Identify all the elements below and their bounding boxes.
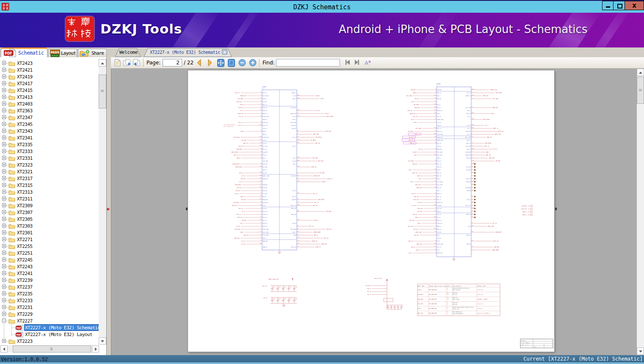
tree-item-XT2241[interactable]: +XT2241 <box>0 270 98 277</box>
splitter-collapse-icon[interactable]: ▶ <box>107 207 110 211</box>
tree-item-XT2235[interactable]: +XT2235 <box>0 290 98 297</box>
svg-text:17: 17 <box>435 207 437 208</box>
svg-text:OS6: OS6 <box>434 219 436 220</box>
tree-item-XT2347[interactable]: +XT2347 <box>0 114 98 121</box>
tree-scroll-down-button[interactable] <box>99 337 106 345</box>
close-button[interactable]: x <box>625 1 644 10</box>
tree-vscroll-thumb[interactable] <box>99 75 106 108</box>
svg-text:ANT_29: ANT_29 <box>292 223 296 224</box>
svg-text:GPS_20: GPS_20 <box>415 98 419 100</box>
tab-share[interactable]: Share <box>78 49 107 57</box>
tree-item-XT2237[interactable]: +XT2237 <box>0 283 98 290</box>
tree-item-XT2317[interactable]: +XT2317 <box>0 175 98 182</box>
tree-item-XT2413[interactable]: +XT2413 <box>0 94 98 100</box>
tree-scroll-left-button[interactable] <box>0 345 8 353</box>
pdf-scroll-down-button[interactable] <box>637 347 644 355</box>
tree-item-XT2321[interactable]: +XT2321 <box>0 168 98 175</box>
pdf-vscroll-thumb[interactable] <box>637 77 644 104</box>
tree-item-XT2255[interactable]: +XT2255 <box>0 243 98 250</box>
tree-item-XT2251[interactable]: +XT2251 <box>0 250 98 256</box>
svg-text:HJ29: HJ29 <box>434 178 437 179</box>
tree-scroll-up-button[interactable] <box>99 59 106 67</box>
tree-item-XT2309[interactable]: +XT2309 <box>0 202 98 209</box>
page-number-input[interactable]: 2 <box>163 59 182 67</box>
tree-item-XT2307[interactable]: +XT2307 <box>0 209 98 216</box>
tree-item-XT2343[interactable]: +XT2343 <box>0 128 98 134</box>
svg-text:ANT_12: ANT_12 <box>292 119 296 120</box>
pdf-viewport[interactable]: U1200ICSPI3_CS53SPI_13VREG_CSVREG2_DAT71… <box>111 69 644 355</box>
tree-item-XT2415[interactable]: +XT2415 <box>0 87 98 94</box>
svg-text:OE23: OE23 <box>260 145 262 146</box>
tree-item-XT2331[interactable]: +XT2331 <box>0 155 98 161</box>
tree-item-XT2223[interactable]: +XT2223 <box>0 338 98 345</box>
tree-item-pdf[interactable]: PDFXT2227-x (Moto E32) Schematic <box>0 324 98 331</box>
tree-item-XT2417[interactable]: +XT2417 <box>0 80 98 87</box>
tree-item-XT2227[interactable]: -XT2227 <box>0 317 98 324</box>
zoom-in-icon[interactable] <box>249 59 257 67</box>
svg-text:OR26: OR26 <box>472 118 474 119</box>
pdf-vscrollbar[interactable] <box>637 69 644 355</box>
tree-item-XT2245[interactable]: +XT2245 <box>0 256 98 263</box>
tab-document-schematic[interactable]: XT2227-x (Moto E32) Schematic <box>150 50 220 55</box>
tab-close-icon[interactable]: x <box>222 49 227 55</box>
tree-hscroll-thumb[interactable] <box>13 345 91 353</box>
tree-item-pdf[interactable]: PDFXT2227-x (Moto E32) Layout <box>0 331 98 338</box>
minimize-button[interactable] <box>602 1 614 10</box>
tree-item-XT2421[interactable]: +XT2421 <box>0 67 98 73</box>
tree-item-XT2345[interactable]: +XT2345 <box>0 121 98 128</box>
fit-width-icon[interactable] <box>217 59 224 67</box>
tree-item-XT2419[interactable]: +XT2419 <box>0 73 98 80</box>
svg-text:SPI_11: SPI_11 <box>437 199 442 200</box>
next-page-icon[interactable] <box>207 58 213 67</box>
tree-item-XT2229[interactable]: +XT2229 <box>0 311 98 317</box>
svg-text:SD11_MISO: SD11_MISO <box>263 95 269 97</box>
pdf-scroll-up-button[interactable] <box>637 69 644 76</box>
maximize-button[interactable] <box>613 1 625 10</box>
copy-page-down-icon[interactable] <box>123 59 132 67</box>
tree-item-XT2231[interactable]: +XT2231 <box>0 304 98 311</box>
tree-item-XT2239[interactable]: +XT2239 <box>0 277 98 283</box>
svg-text:FP17: FP17 <box>472 210 474 211</box>
splitter[interactable]: ▶ <box>107 57 111 355</box>
svg-text:UIM_CS: UIM_CS <box>292 98 296 100</box>
svg-text:16: 16 <box>261 115 262 117</box>
copy-page-up-icon[interactable] <box>133 59 141 67</box>
tree-item-XT2333[interactable]: +XT2333 <box>0 148 98 155</box>
find-input[interactable] <box>276 59 340 67</box>
match-case-icon[interactable]: A a <box>364 59 372 67</box>
tree-scroll-right-button[interactable] <box>92 345 99 353</box>
tree-item-XT2311[interactable]: +XT2311 <box>0 195 98 202</box>
prev-page-icon[interactable] <box>196 58 202 67</box>
find-previous-icon[interactable] <box>344 59 351 66</box>
svg-text:PDF: PDF <box>16 333 21 336</box>
tree-item-XT2301[interactable]: +XT2301 <box>0 229 98 236</box>
zoom-out-icon[interactable] <box>238 59 246 67</box>
svg-text:CAM_VDD: CAM_VDD <box>242 220 247 221</box>
folder-icon <box>8 237 15 242</box>
svg-text:USB_11: USB_11 <box>367 288 371 289</box>
tree-item-XT2335[interactable]: +XT2335 <box>0 141 98 148</box>
tree-item-XT2303[interactable]: +XT2303 <box>0 222 98 229</box>
svg-text:1(m=1,m/u): 1(m=1,m/u) <box>477 308 483 309</box>
tree-item-XT2313[interactable]: +XT2313 <box>0 189 98 195</box>
tree-item-XT2403[interactable]: +XT2403 <box>0 100 98 107</box>
tree-item-XT2423[interactable]: +XT2423 <box>0 60 98 67</box>
svg-text:Other(JEDY/dise): Other(JEDY/dise) <box>453 311 462 313</box>
tree-item-XT2233[interactable]: +XT2233 <box>0 297 98 304</box>
tab-schematic[interactable]: PDF Schematic <box>1 47 47 57</box>
tree-item-XT2341[interactable]: +XT2341 <box>0 134 98 141</box>
tree-item-XT2323[interactable]: +XT2323 <box>0 161 98 168</box>
find-next-icon[interactable] <box>354 59 360 66</box>
tree-item-XT2243[interactable]: +XT2243 <box>0 263 98 270</box>
tree-item-XT2305[interactable]: +XT2305 <box>0 216 98 222</box>
tree-item-XT2271[interactable]: +XT2271 <box>0 236 98 243</box>
fit-page-icon[interactable] <box>228 59 235 67</box>
tab-layout[interactable]: PADS Layout <box>48 49 77 57</box>
tree-item-XT2363[interactable]: +XT2363 <box>0 107 98 114</box>
window-title: DZKJ Schematics <box>0 3 644 11</box>
tab-welcome[interactable]: Welcome <box>119 50 138 55</box>
svg-text:WLAN8_MISO: WLAN8_MISO <box>232 163 240 165</box>
svg-text:PE14: PE14 <box>434 94 437 95</box>
tree-item-XT2315[interactable]: +XT2315 <box>0 182 98 189</box>
new-page-icon[interactable] <box>114 59 121 67</box>
